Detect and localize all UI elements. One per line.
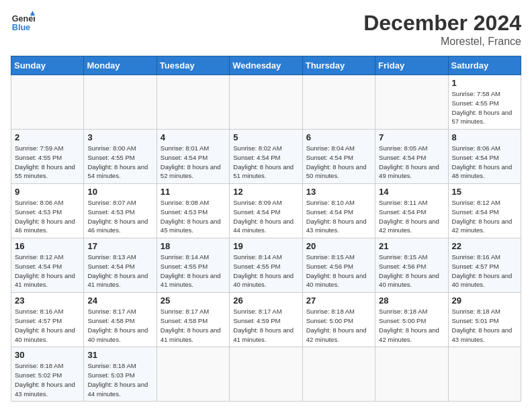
calendar-week-0: 1 Sunrise: 7:58 AM Sunset: 4:55 PM Dayli… (11, 75, 521, 130)
cell-content: Sunrise: 8:17 AM Sunset: 4:59 PM Dayligh… (233, 307, 298, 344)
logo: General Blue (11, 11, 35, 35)
calendar-cell: 2 Sunrise: 7:59 AM Sunset: 4:55 PM Dayli… (11, 130, 84, 184)
cell-content: Sunrise: 8:10 AM Sunset: 4:54 PM Dayligh… (306, 198, 371, 235)
cell-content: Sunrise: 8:07 AM Sunset: 4:53 PM Dayligh… (87, 198, 152, 235)
day-number: 13 (306, 187, 371, 197)
calendar-cell: 3 Sunrise: 8:00 AM Sunset: 4:55 PM Dayli… (84, 130, 157, 184)
calendar-week-2: 9 Sunrise: 8:06 AM Sunset: 4:53 PM Dayli… (11, 184, 521, 238)
day-number: 27 (306, 295, 371, 306)
calendar-cell: 8 Sunrise: 8:06 AM Sunset: 4:54 PM Dayli… (448, 130, 521, 184)
calendar-table: SundayMondayTuesdayWednesdayThursdayFrid… (11, 56, 521, 402)
cell-content: Sunrise: 8:16 AM Sunset: 4:57 PM Dayligh… (15, 307, 80, 344)
calendar-cell (230, 347, 302, 402)
day-number: 11 (161, 187, 226, 197)
day-header-wednesday: Wednesday (230, 56, 302, 75)
calendar-week-3: 16 Sunrise: 8:12 AM Sunset: 4:54 PM Dayl… (11, 238, 521, 293)
calendar-cell: 30 Sunrise: 8:18 AM Sunset: 5:02 PM Dayl… (11, 347, 84, 402)
cell-content: Sunrise: 8:06 AM Sunset: 4:54 PM Dayligh… (452, 144, 517, 181)
cell-content: Sunrise: 8:18 AM Sunset: 5:03 PM Dayligh… (87, 361, 152, 398)
cell-content: Sunrise: 8:02 AM Sunset: 4:54 PM Dayligh… (233, 144, 298, 181)
cell-content: Sunrise: 8:05 AM Sunset: 4:54 PM Dayligh… (379, 144, 444, 181)
calendar-cell: 15 Sunrise: 8:12 AM Sunset: 4:54 PM Dayl… (448, 184, 521, 238)
day-number: 14 (379, 187, 444, 197)
calendar-cell: 19 Sunrise: 8:14 AM Sunset: 4:55 PM Dayl… (230, 238, 302, 293)
calendar-cell: 21 Sunrise: 8:15 AM Sunset: 4:56 PM Dayl… (375, 238, 448, 293)
calendar-cell: 10 Sunrise: 8:07 AM Sunset: 4:53 PM Dayl… (84, 184, 157, 238)
cell-content: Sunrise: 8:15 AM Sunset: 4:56 PM Dayligh… (306, 253, 371, 289)
cell-content: Sunrise: 8:08 AM Sunset: 4:53 PM Dayligh… (161, 198, 226, 235)
day-number: 22 (452, 241, 517, 251)
calendar-cell: 18 Sunrise: 8:14 AM Sunset: 4:55 PM Dayl… (157, 238, 229, 293)
calendar-cell (448, 347, 521, 402)
cell-content: Sunrise: 8:01 AM Sunset: 4:54 PM Dayligh… (161, 144, 226, 181)
day-number: 31 (87, 350, 152, 360)
cell-content: Sunrise: 8:13 AM Sunset: 4:54 PM Dayligh… (87, 253, 152, 289)
day-number: 8 (452, 132, 517, 142)
day-number: 20 (306, 241, 371, 251)
day-number: 15 (452, 187, 517, 197)
day-number: 5 (233, 132, 298, 142)
cell-content: Sunrise: 8:11 AM Sunset: 4:54 PM Dayligh… (379, 198, 444, 235)
calendar-cell: 6 Sunrise: 8:04 AM Sunset: 4:54 PM Dayli… (302, 130, 375, 184)
calendar-cell: 24 Sunrise: 8:17 AM Sunset: 4:58 PM Dayl… (84, 293, 157, 347)
cell-content: Sunrise: 8:17 AM Sunset: 4:58 PM Dayligh… (87, 307, 152, 344)
calendar-week-1: 2 Sunrise: 7:59 AM Sunset: 4:55 PM Dayli… (11, 130, 521, 184)
calendar-cell (375, 75, 448, 130)
day-number: 21 (379, 241, 444, 251)
calendar-cell: 9 Sunrise: 8:06 AM Sunset: 4:53 PM Dayli… (11, 184, 84, 238)
calendar-cell: 7 Sunrise: 8:05 AM Sunset: 4:54 PM Dayli… (375, 130, 448, 184)
day-number: 25 (161, 295, 226, 306)
calendar-cell (302, 75, 375, 130)
cell-content: Sunrise: 8:00 AM Sunset: 4:55 PM Dayligh… (87, 144, 152, 181)
svg-text:Blue: Blue (12, 23, 30, 32)
day-header-friday: Friday (375, 56, 448, 75)
day-number: 23 (15, 295, 80, 306)
calendar-cell (11, 75, 84, 130)
cell-content: Sunrise: 8:09 AM Sunset: 4:54 PM Dayligh… (233, 198, 298, 235)
day-number: 30 (15, 350, 80, 360)
cell-content: Sunrise: 8:12 AM Sunset: 4:54 PM Dayligh… (15, 253, 80, 289)
calendar-cell: 27 Sunrise: 8:18 AM Sunset: 5:00 PM Dayl… (302, 293, 375, 347)
calendar-cell: 16 Sunrise: 8:12 AM Sunset: 4:54 PM Dayl… (11, 238, 84, 293)
day-number: 4 (161, 132, 226, 142)
calendar-cell: 4 Sunrise: 8:01 AM Sunset: 4:54 PM Dayli… (157, 130, 229, 184)
calendar-cell (302, 347, 375, 402)
calendar-cell (84, 75, 157, 130)
calendar-cell: 31 Sunrise: 8:18 AM Sunset: 5:03 PM Dayl… (84, 347, 157, 402)
calendar-cell: 17 Sunrise: 8:13 AM Sunset: 4:54 PM Dayl… (84, 238, 157, 293)
cell-content: Sunrise: 8:15 AM Sunset: 4:56 PM Dayligh… (379, 253, 444, 289)
cell-content: Sunrise: 7:58 AM Sunset: 4:55 PM Dayligh… (452, 89, 517, 126)
calendar-week-4: 23 Sunrise: 8:16 AM Sunset: 4:57 PM Dayl… (11, 293, 521, 347)
calendar-body: 1 Sunrise: 7:58 AM Sunset: 4:55 PM Dayli… (11, 75, 521, 402)
month-title: December 2024 (363, 11, 521, 36)
day-header-monday: Monday (84, 56, 157, 75)
svg-marker-2 (30, 11, 35, 15)
calendar-cell: 25 Sunrise: 8:17 AM Sunset: 4:58 PM Dayl… (157, 293, 229, 347)
calendar-cell: 1 Sunrise: 7:58 AM Sunset: 4:55 PM Dayli… (448, 75, 521, 130)
calendar-header-row: SundayMondayTuesdayWednesdayThursdayFrid… (11, 56, 521, 75)
calendar-cell (375, 347, 448, 402)
calendar-cell: 12 Sunrise: 8:09 AM Sunset: 4:54 PM Dayl… (230, 184, 302, 238)
calendar-cell: 13 Sunrise: 8:10 AM Sunset: 4:54 PM Dayl… (302, 184, 375, 238)
cell-content: Sunrise: 8:12 AM Sunset: 4:54 PM Dayligh… (452, 198, 517, 235)
calendar-cell (157, 75, 229, 130)
calendar-cell (230, 75, 302, 130)
day-header-saturday: Saturday (448, 56, 521, 75)
calendar-cell: 28 Sunrise: 8:18 AM Sunset: 5:00 PM Dayl… (375, 293, 448, 347)
title-area: December 2024 Morestel, France (363, 11, 521, 48)
day-number: 10 (87, 187, 152, 197)
day-number: 24 (87, 295, 152, 306)
day-header-tuesday: Tuesday (157, 56, 229, 75)
calendar-cell: 22 Sunrise: 8:16 AM Sunset: 4:57 PM Dayl… (448, 238, 521, 293)
calendar-cell: 11 Sunrise: 8:08 AM Sunset: 4:53 PM Dayl… (157, 184, 229, 238)
cell-content: Sunrise: 8:16 AM Sunset: 4:57 PM Dayligh… (452, 253, 517, 289)
cell-content: Sunrise: 8:14 AM Sunset: 4:55 PM Dayligh… (161, 253, 226, 289)
day-number: 12 (233, 187, 298, 197)
day-number: 28 (379, 295, 444, 306)
calendar-cell: 26 Sunrise: 8:17 AM Sunset: 4:59 PM Dayl… (230, 293, 302, 347)
day-header-sunday: Sunday (11, 56, 84, 75)
day-number: 6 (306, 132, 371, 142)
day-number: 3 (87, 132, 152, 142)
calendar-cell (157, 347, 229, 402)
location-title: Morestel, France (363, 36, 521, 48)
